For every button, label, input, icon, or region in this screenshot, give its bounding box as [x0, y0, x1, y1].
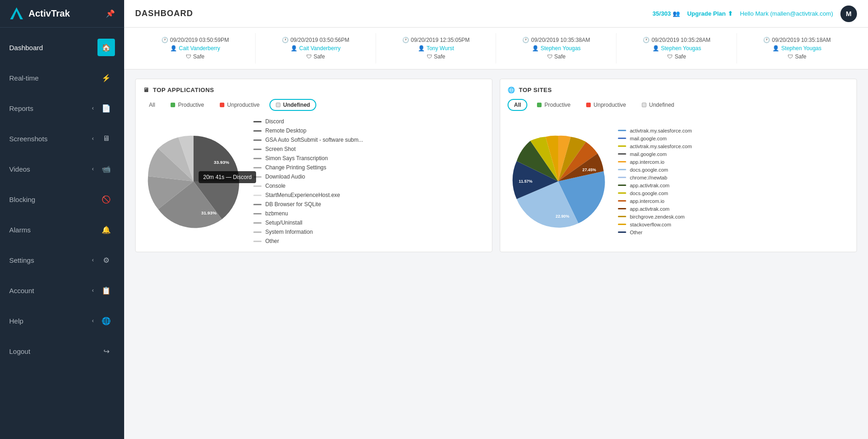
svg-text:31.93%: 31.93% [201, 210, 217, 215]
sidebar-item-reports[interactable]: Reports ‹ 📄 [0, 93, 124, 123]
legend-item-8: StartMenuExperienceHost.exe [253, 192, 485, 198]
sidebar-item-videos[interactable]: Videos ‹ 📹 [0, 154, 124, 184]
sc-safe-4: 🛡Safe [622, 53, 731, 60]
dashboard-icon-box: 🏠 [97, 39, 115, 56]
sidebar-label-alarms: Alarms [9, 226, 97, 234]
sc-user-0[interactable]: 👤Cait Vanderberry [141, 45, 250, 52]
site-legend-12: stackoverflow.com [618, 222, 849, 227]
videos-icon-box: 📹 [97, 160, 115, 178]
sc-user-1[interactable]: 👤Cait Vanderberry [261, 45, 370, 52]
site-legend-8: docs.google.com [618, 191, 849, 196]
screenshot-card-1: 🕐09/20/2019 03:50:56PM 👤Cait Vanderberry… [256, 33, 376, 64]
sc-user-5[interactable]: 👤Stephen Yougas [742, 45, 851, 52]
app-filter-productive[interactable]: Productive [165, 99, 210, 111]
sc-safe-2: 🛡Safe [382, 53, 491, 60]
app-filter-undefined[interactable]: Undefined [269, 99, 317, 111]
sidebar-item-blocking[interactable]: Blocking 🚫 [0, 184, 124, 214]
legend-item-7: Console [253, 183, 485, 189]
legend-item-11: Setup/Uninstall [253, 220, 485, 226]
legend-item-0: Discord [253, 118, 485, 125]
site-legend-11: birchgrove.zendesk.com [618, 214, 849, 220]
app-legend-list: Discord Remote Desktop GSA Auto SoftSubm… [253, 118, 485, 244]
sites-filter-productive[interactable]: Productive [531, 99, 577, 111]
sidebar-label-help: Help [9, 317, 92, 325]
sidebar-label-reports: Reports [9, 104, 92, 112]
sidebar-item-settings[interactable]: Settings ‹ ⚙ [0, 245, 124, 275]
legend-item-1: Remote Desktop [253, 127, 485, 134]
sites-legend: activtrak.my.salesforce.com mail.google.… [618, 128, 849, 235]
sidebar-item-screenshots[interactable]: Screenshots ‹ 🖥 [0, 123, 124, 154]
site-legend-5: docs.google.com [618, 167, 849, 173]
app-filter-all[interactable]: All [143, 99, 161, 111]
site-legend-9: app.intercom.io [618, 198, 849, 204]
top-sites-panel: 🌐 TOP SITES All Productive Unproductive … [500, 79, 857, 252]
legend-item-9: DB Browser for SQLite [253, 201, 485, 208]
sidebar: ActivTrak 📌 Dashboard 🏠 Real-time ⚡ Repo… [0, 0, 124, 439]
sidebar-label-settings: Settings [9, 256, 92, 264]
sites-filter-tabs: All Productive Unproductive Undefined [508, 99, 849, 111]
legend-item-3: Screen Shot [253, 146, 485, 152]
legend-item-5: Change Printing Settings [253, 164, 485, 171]
sc-user-4[interactable]: 👤Stephen Yougas [622, 45, 731, 52]
legend-item-2: GSA Auto SoftSubmit - software subm... [253, 137, 485, 143]
sites-pie-svg: 27.45% 22.90% 11.57% [508, 131, 609, 232]
sc-user-2[interactable]: 👤Tony Wurst [382, 45, 491, 52]
site-legend-2: activtrak.my.salesforce.com [618, 144, 849, 149]
sc-safe-1: 🛡Safe [261, 53, 370, 60]
sites-filter-unproductive[interactable]: Unproductive [580, 99, 632, 111]
screenshot-card-4: 🕐09/20/2019 10:35:28AM 👤Stephen Yougas 🛡… [617, 33, 737, 64]
sidebar-item-help[interactable]: Help ‹ 🌐 [0, 306, 124, 336]
sc-time-3: 🕐09/20/2019 10:35:38AM [502, 37, 611, 43]
app-chart-content: 33.93% 31.93% 20m 41s — Discord Discord [143, 118, 485, 244]
sc-time-5: 🕐09/20/2019 10:35:18AM [742, 37, 851, 43]
legend-item-13: Other [253, 238, 485, 244]
content-area: 🕐09/20/2019 03:50:59PM 👤Cait Vanderberry… [124, 28, 868, 439]
sites-filter-undefined[interactable]: Undefined [636, 99, 680, 111]
upgrade-button[interactable]: Upgrade Plan ⬆ [687, 10, 733, 17]
sidebar-label-realtime: Real-time [9, 74, 97, 82]
svg-text:22.90%: 22.90% [556, 214, 570, 219]
user-count: 35/303 👥 [652, 10, 680, 17]
legend-item-10: bzbmenu [253, 210, 485, 217]
pin-icon[interactable]: 📌 [106, 9, 115, 18]
screenshots-strip: 🕐09/20/2019 03:50:59PM 👤Cait Vanderberry… [124, 28, 868, 69]
sidebar-item-logout[interactable]: Logout ↪ [0, 336, 124, 366]
account-icon-box: 📋 [97, 282, 115, 299]
sidebar-item-account[interactable]: Account ‹ 📋 [0, 275, 124, 306]
sidebar-item-dashboard[interactable]: Dashboard 🏠 [0, 32, 124, 63]
top-sites-title: 🌐 TOP SITES [508, 87, 849, 93]
settings-chevron-icon: ‹ [92, 257, 94, 263]
sites-filter-all[interactable]: All [508, 99, 527, 111]
site-legend-3: mail.google.com [618, 151, 849, 157]
site-legend-0: activtrak.my.salesforce.com [618, 128, 849, 133]
svg-text:33.93%: 33.93% [214, 160, 229, 165]
screenshots-chevron-icon: ‹ [92, 135, 94, 142]
app-filter-unproductive[interactable]: Unproductive [214, 99, 266, 111]
sidebar-label-blocking: Blocking [9, 196, 97, 203]
avatar[interactable]: M [840, 6, 857, 22]
sites-pie-chart: 27.45% 22.90% 11.57% [508, 131, 609, 232]
app-pie-svg: 33.93% 31.93% [143, 131, 244, 232]
site-legend-1: mail.google.com [618, 136, 849, 141]
top-applications-title: 🖥 TOP APPLICATIONS [143, 87, 485, 93]
app-filter-tabs: All Productive Unproductive Undefined [143, 99, 485, 111]
site-legend-7: app.activtrak.com [618, 183, 849, 188]
sidebar-item-alarms[interactable]: Alarms 🔔 [0, 214, 124, 245]
help-icon-box: 🌐 [97, 312, 115, 329]
screenshots-icon-box: 🖥 [97, 130, 115, 147]
reports-chevron-icon: ‹ [92, 105, 94, 111]
settings-icon-box: ⚙ [97, 251, 115, 269]
account-chevron-icon: ‹ [92, 287, 94, 294]
main-content: DASHBOARD 35/303 👥 Upgrade Plan ⬆ Hello … [124, 0, 868, 439]
sc-user-3[interactable]: 👤Stephen Yougas [502, 45, 611, 52]
sidebar-item-realtime[interactable]: Real-time ⚡ [0, 63, 124, 93]
help-chevron-icon: ‹ [92, 318, 94, 324]
sc-time-1: 🕐09/20/2019 03:50:56PM [261, 37, 370, 43]
charts-area: 🖥 TOP APPLICATIONS All Productive Unprod… [124, 69, 868, 261]
topbar-right: 35/303 👥 Upgrade Plan ⬆ Hello Mark (mall… [652, 6, 857, 22]
sites-chart-content: 27.45% 22.90% 11.57% activtrak.my.salesf… [508, 118, 849, 244]
activtrak-logo-icon [9, 6, 24, 21]
app-pie-chart: 33.93% 31.93% 20m 41s — Discord [143, 131, 244, 232]
sc-time-0: 🕐09/20/2019 03:50:59PM [141, 37, 250, 43]
sidebar-label-logout: Logout [9, 347, 97, 355]
